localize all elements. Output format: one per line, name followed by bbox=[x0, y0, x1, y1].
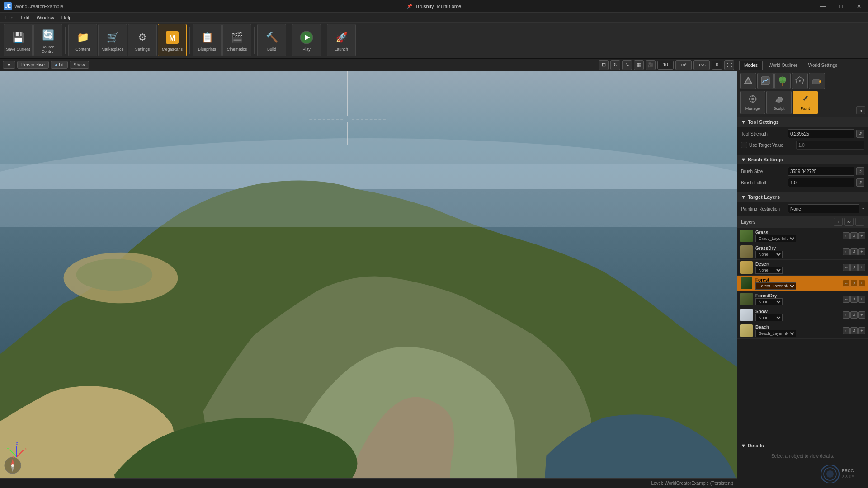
beach-back-btn[interactable]: ← bbox=[843, 327, 850, 334]
layers-more-btn[interactable]: ⋮ bbox=[855, 218, 864, 226]
cam-speed-input[interactable] bbox=[712, 61, 722, 70]
viewport-dropdown-btn[interactable]: ▼ bbox=[3, 61, 15, 69]
layer-forest[interactable]: Forest Forest_LayerInfo ← ↺ + bbox=[737, 276, 868, 291]
expand-panel-btn[interactable]: ◂ bbox=[856, 106, 865, 114]
rotation-icon[interactable]: ↻ bbox=[610, 60, 620, 70]
layers-add-btn[interactable]: + bbox=[834, 218, 843, 226]
maximize-viewport-btn[interactable]: ⛶ bbox=[724, 60, 734, 70]
desert-back-btn[interactable]: ← bbox=[843, 264, 850, 271]
tool-settings-header[interactable]: ▼ Tool Settings bbox=[737, 117, 868, 127]
menu-file[interactable]: File bbox=[2, 13, 17, 23]
forest-add-btn[interactable]: + bbox=[858, 280, 865, 287]
forest-back-btn[interactable]: ← bbox=[843, 280, 850, 287]
svg-point-31 bbox=[779, 77, 783, 81]
desert-layerinfo-select[interactable]: None bbox=[755, 267, 783, 274]
layer-grass[interactable]: Grass Grass_LayerInfo2 ← ↺ + bbox=[737, 228, 868, 244]
beach-add-btn[interactable]: + bbox=[858, 327, 865, 334]
brush-settings-header[interactable]: ▼ Brush Settings bbox=[737, 155, 868, 164]
forest-layerinfo-select[interactable]: Forest_LayerInfo bbox=[755, 282, 796, 290]
layer-grassdry[interactable]: GrassDry None ← ↺ + bbox=[737, 244, 868, 260]
forestdry-layerinfo-select[interactable]: None bbox=[755, 298, 783, 305]
snow-layerinfo-select[interactable]: None bbox=[755, 314, 783, 321]
tab-world-settings[interactable]: World Settings bbox=[803, 61, 843, 70]
build-button[interactable]: 🔨 Build bbox=[257, 24, 286, 56]
layer-forestdry[interactable]: ForestDry None ← ↺ + bbox=[737, 291, 868, 307]
save-current-button[interactable]: 💾 Save Current bbox=[4, 24, 33, 56]
menu-edit[interactable]: Edit bbox=[17, 13, 33, 23]
snow-back-btn[interactable]: ← bbox=[843, 311, 850, 319]
play-button[interactable]: Play bbox=[292, 24, 321, 56]
grassdry-layerinfo-select[interactable]: None bbox=[755, 251, 783, 258]
target-layers-header[interactable]: ▼ Target Layers bbox=[737, 192, 868, 202]
camera-speed-icon[interactable]: 🎥 bbox=[646, 60, 656, 70]
layer-desert[interactable]: Desert None ← ↺ + bbox=[737, 260, 868, 276]
manage-btn[interactable]: Manage bbox=[740, 91, 765, 114]
snow-reset-btn[interactable]: ↺ bbox=[850, 311, 858, 319]
content-button[interactable]: 📁 Content bbox=[68, 24, 97, 56]
beach-reset-btn[interactable]: ↺ bbox=[850, 327, 858, 334]
tab-world-outliner[interactable]: World Outliner bbox=[764, 61, 802, 70]
snow-add-btn[interactable]: + bbox=[858, 311, 865, 319]
settings-button[interactable]: ⚙ Settings bbox=[128, 24, 157, 56]
terrain-mode-btn[interactable] bbox=[740, 73, 756, 89]
paint-btn[interactable]: Paint bbox=[793, 91, 818, 114]
minimize-button[interactable]: — bbox=[814, 0, 832, 13]
brush-size-reset-btn[interactable]: ↺ bbox=[856, 167, 864, 175]
forestdry-reset-btn[interactable]: ↺ bbox=[850, 296, 858, 303]
perspective-btn[interactable]: Perspective bbox=[17, 61, 49, 69]
brush-size-input[interactable] bbox=[788, 167, 854, 176]
launch-button[interactable]: 🚀 Launch bbox=[327, 24, 356, 56]
sculpt-btn[interactable]: Sculpt bbox=[766, 91, 792, 114]
use-target-checkbox[interactable] bbox=[741, 142, 747, 148]
grassdry-back-btn[interactable]: ← bbox=[843, 248, 850, 255]
source-control-button[interactable]: 🔄 Source Control bbox=[33, 24, 62, 56]
layers-list-header: Layers + 👁 ⋮ bbox=[737, 216, 868, 228]
brush-falloff-input[interactable] bbox=[788, 178, 854, 187]
menu-help[interactable]: Help bbox=[58, 13, 75, 23]
paint-landscape-btn[interactable] bbox=[757, 73, 774, 89]
cinematics-button[interactable]: 🎬 Cinematics bbox=[222, 24, 251, 56]
layers-list-section: Layers + 👁 ⋮ Grass Grass_LayerInfo2 bbox=[737, 216, 868, 441]
desert-thumb bbox=[740, 261, 753, 274]
viewport[interactable]: N X Y Z bbox=[0, 71, 737, 478]
grass-layerinfo-select[interactable]: Grass_LayerInfo2 bbox=[755, 235, 796, 242]
lit-btn[interactable]: ● Lit bbox=[51, 61, 68, 69]
forestdry-back-btn[interactable]: ← bbox=[843, 296, 850, 303]
layers-view-btn[interactable]: 👁 bbox=[844, 218, 854, 226]
layer-beach[interactable]: Beach Beach_LayerInfo ← ↺ + bbox=[737, 323, 868, 339]
menu-window[interactable]: Window bbox=[33, 13, 58, 23]
megascans-button[interactable]: M Megascans bbox=[158, 24, 187, 56]
grass-add-btn[interactable]: + bbox=[858, 232, 865, 239]
grass-back-btn[interactable]: ← bbox=[843, 232, 850, 239]
snow-info: Snow None bbox=[755, 309, 840, 321]
brush-falloff-reset-btn[interactable]: ↺ bbox=[856, 178, 864, 187]
scale-icon[interactable]: ⤡ bbox=[622, 60, 632, 70]
grid-icon[interactable]: ⊞ bbox=[599, 60, 609, 70]
tab-modes[interactable]: Modes bbox=[739, 61, 763, 70]
maximize-button[interactable]: □ bbox=[832, 0, 850, 13]
desert-add-btn[interactable]: + bbox=[858, 264, 865, 271]
grassdry-reset-btn[interactable]: ↺ bbox=[850, 248, 858, 255]
close-button[interactable]: ✕ bbox=[850, 0, 868, 13]
marketplace-button[interactable]: 🛒 Marketplace bbox=[98, 24, 127, 56]
mesh-paint-btn[interactable] bbox=[809, 73, 825, 89]
forest-reset-btn[interactable]: ↺ bbox=[850, 280, 858, 287]
beach-layerinfo-select[interactable]: Beach_LayerInfo bbox=[755, 330, 796, 337]
painting-restriction-select[interactable]: None Alpha Weight bbox=[788, 204, 859, 213]
grassdry-add-btn[interactable]: + bbox=[858, 248, 865, 255]
grid-size-input[interactable] bbox=[657, 61, 674, 70]
tool-strength-input[interactable] bbox=[788, 129, 854, 138]
paint-submodes-row: Manage Sculpt bbox=[740, 91, 865, 114]
layer-snow[interactable]: Snow None ← ↺ + bbox=[737, 307, 868, 323]
forestdry-add-btn[interactable]: + bbox=[858, 296, 865, 303]
level-name: WorldCreatorExample (Persistent) bbox=[665, 481, 733, 486]
foliage-mode-btn[interactable] bbox=[774, 73, 791, 89]
blueprints-button[interactable]: 📋 Blueprints bbox=[193, 24, 222, 56]
grass-reset-btn[interactable]: ↺ bbox=[850, 232, 858, 239]
show-btn[interactable]: Show bbox=[70, 61, 89, 69]
geometry-mode-btn[interactable] bbox=[792, 73, 808, 89]
surface-snapping-btn[interactable]: ▦ bbox=[634, 60, 644, 70]
desert-reset-btn[interactable]: ↺ bbox=[850, 264, 858, 271]
target-value-input[interactable] bbox=[796, 141, 864, 150]
tool-strength-reset-btn[interactable]: ↺ bbox=[856, 130, 864, 138]
